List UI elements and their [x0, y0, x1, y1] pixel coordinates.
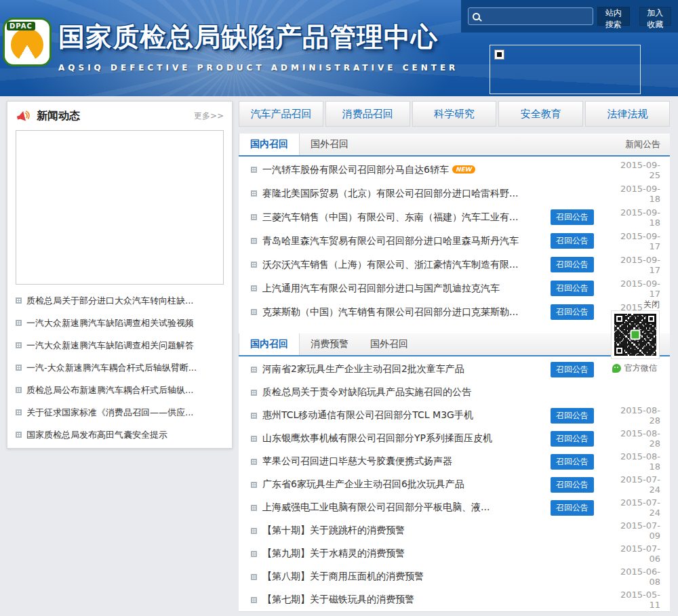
recall-item-link[interactable]: 上汽通用汽车有限公司召回部分进口与国产凯迪拉克汽车 — [262, 283, 500, 293]
recall-item-date: 2015-09-18 — [612, 184, 660, 204]
grid-bullet-icon — [251, 597, 257, 603]
recall-panel: 国内召回 国外召回 新闻公告 一汽轿车股份有限公司召回部分马自达6轿车NEW 2… — [239, 134, 670, 612]
recall-item-link[interactable]: 质检总局关于责令对缺陷玩具产品实施召回的公告 — [262, 386, 471, 397]
recall-row[interactable]: 【第八期】关于商用压面机的消费预警 2015-06-08 — [251, 565, 660, 588]
grid-bullet-icon — [16, 387, 22, 393]
recall-row[interactable]: 青岛哈里森汽车贸易有限公司召回部分进口哈里森马斯丹汽车 召回公告 2015-09… — [251, 229, 660, 253]
grid-bullet-icon — [16, 432, 22, 438]
recall-row[interactable]: 【第九期】关于水精灵的消费预警 2015-07-06 — [251, 542, 660, 565]
recall-notice-badge[interactable]: 召回公告 — [551, 454, 594, 470]
recall-item-date: 2015-06-08 — [612, 567, 660, 587]
recall-row[interactable]: 上海威强电工业电脑有限公司召回部分平板电脑、液... 召回公告 2015-07-… — [251, 496, 660, 519]
recall-item-link[interactable]: 苹果公司召回进口毕慈大号胶囊便携式扬声器 — [262, 455, 452, 466]
recall-item-date: 2015-08-18 — [612, 451, 660, 472]
recall-title-wrap: 三菱汽车销售（中国）有限公司、东南（福建）汽车工业有... — [262, 211, 545, 224]
recall-notice-badge[interactable]: 召回公告 — [551, 477, 594, 493]
grid-bullet-icon — [16, 320, 22, 326]
recall-row[interactable]: 沃尔沃汽车销售（上海）有限公司、浙江豪情汽车制造有限... 召回公告 2015-… — [251, 253, 660, 276]
recall-row[interactable]: 【第七期】关于磁铁玩具的消费预警 2015-05-11 — [251, 588, 660, 611]
recall-item-link[interactable]: 青岛哈里森汽车贸易有限公司召回部分进口哈里森马斯丹汽车 — [262, 235, 519, 246]
close-qr-link[interactable]: 关闭 — [642, 299, 661, 310]
recall-item-link[interactable]: 沃尔沃汽车销售（上海）有限公司、浙江豪情汽车制造有限... — [262, 259, 518, 270]
recall-row[interactable]: 惠州TCL移动通信有限公司召回部分TCL M3G手机 召回公告 2015-08-… — [251, 404, 660, 427]
news-list-item[interactable]: 质检总局关于部分进口大众汽车转向柱缺... — [16, 289, 224, 312]
recall-row[interactable]: 一汽轿车股份有限公司召回部分马自达6轿车NEW 2015-09-25 — [251, 158, 660, 182]
section-tab[interactable]: 国内召回 — [239, 333, 300, 355]
grid-bullet-icon — [251, 262, 257, 268]
news-item-link[interactable]: 质检总局公布新速腾汽车耦合杆式后轴纵... — [26, 384, 193, 396]
recall-item-link[interactable]: 广东省6家玩具生产企业主动召回6批次玩具产品 — [262, 478, 464, 489]
recall-notice-badge[interactable]: 召回公告 — [551, 408, 594, 424]
grid-bullet-icon — [251, 390, 257, 396]
news-list-item[interactable]: 一汽-大众新速腾汽车耦合杆式后轴纵臂断... — [16, 356, 224, 379]
recall-row[interactable]: 广东省6家玩具生产企业主动召回6批次玩具产品 召回公告 2015-07-24 — [251, 473, 660, 496]
recall-notice-badge[interactable]: 召回公告 — [551, 257, 594, 272]
news-item-link[interactable]: 国家质检总局发布高田气囊安全提示 — [26, 429, 167, 441]
news-item-link[interactable]: 一汽大众新速腾汽车缺陷调查相关问题解答 — [26, 340, 194, 352]
recall-notice-badge[interactable]: 召回公告 — [551, 362, 594, 377]
recall-notice-badge[interactable]: 召回公告 — [551, 209, 594, 225]
news-item-link[interactable]: 一汽大众新速腾汽车缺陷调查相关试验视频 — [26, 317, 194, 329]
site-title-block: 国家质检总局缺陷产品管理中心 AQSIQ DEFECTIVE PRODUCT A… — [58, 19, 458, 73]
recall-item-date: 2015-07-24 — [612, 497, 660, 518]
recall-item-link[interactable]: 【第九期】关于水精灵的消费预警 — [262, 548, 405, 558]
section-tab[interactable]: 消费预警 — [300, 333, 359, 355]
recall-row[interactable]: 河南省2家玩具生产企业主动召回2批次童车产品 召回公告 — [251, 358, 660, 381]
news-list-item[interactable]: 质检总局公布新速腾汽车耦合杆式后轴纵... — [16, 379, 224, 401]
main-column: 汽车产品召回 消费品召回 科学研究 安全教育 法律法规 国内召回 国 — [239, 101, 670, 612]
section-tab[interactable]: 国内召回 — [239, 134, 300, 155]
site-search-button[interactable]: 站内搜索 — [597, 7, 630, 26]
recall-item-link[interactable]: 【第十期】关于跳跳杆的消费预警 — [262, 525, 405, 535]
recall-notice-badge[interactable]: 召回公告 — [551, 304, 594, 320]
category-tab[interactable]: 消费品召回 — [325, 101, 410, 127]
qr-finder-icon — [646, 314, 656, 324]
category-tab[interactable]: 法律法规 — [585, 101, 670, 127]
recall-item-link[interactable]: 【第七期】关于磁铁玩具的消费预警 — [262, 594, 414, 604]
recall-item-link[interactable]: 三菱汽车销售（中国）有限公司、东南（福建）汽车工业有... — [262, 211, 518, 222]
recall-item-link[interactable]: 河南省2家玩具生产企业主动召回2批次童车产品 — [262, 363, 464, 374]
qr-finder-icon — [614, 346, 624, 356]
recall-item-link[interactable]: 惠州TCL移动通信有限公司召回部分TCL M3G手机 — [262, 409, 473, 420]
recall-item-date: 2015-09-25 — [612, 160, 660, 180]
recall-item-link[interactable]: 赛隆北美国际贸易（北京）有限公司召回部分进口哈雷科野... — [262, 188, 518, 199]
auto-recall-section: 国内召回 国外召回 新闻公告 一汽轿车股份有限公司召回部分马自达6轿车NEW 2… — [239, 134, 670, 324]
recall-row[interactable]: 克莱斯勒（中国）汽车销售有限公司召回部分进口克莱斯勒... 召回公告 2015-… — [251, 300, 660, 324]
recall-item-link[interactable]: 上海威强电工业电脑有限公司召回部分平板电脑、液... — [262, 501, 490, 512]
grid-bullet-icon — [251, 367, 257, 373]
recall-row[interactable]: 三菱汽车销售（中国）有限公司、东南（福建）汽车工业有... 召回公告 2015-… — [251, 205, 660, 229]
recall-item-link[interactable]: 一汽轿车股份有限公司召回部分马自达6轿车 — [262, 164, 449, 175]
news-notice-link[interactable]: 新闻公告 — [625, 134, 660, 155]
recall-item-link[interactable]: 山东银鹰炊事机械有限公司召回部分YP系列揉面压皮机 — [262, 432, 492, 443]
recall-row[interactable]: 上汽通用汽车有限公司召回部分进口与国产凯迪拉克汽车 召回公告 2015-09-1… — [251, 276, 660, 300]
search-input[interactable] — [483, 12, 589, 21]
add-favorite-button[interactable]: 加入收藏 — [639, 7, 672, 26]
news-list-item[interactable]: 国家质检总局发布高田气囊安全提示 — [16, 424, 224, 446]
search-field[interactable] — [468, 7, 593, 25]
section-tab[interactable]: 国外召回 — [300, 134, 359, 155]
recall-row[interactable]: 山东银鹰炊事机械有限公司召回部分YP系列揉面压皮机 召回公告 2015-08-2… — [251, 427, 660, 450]
recall-item-link[interactable]: 克莱斯勒（中国）汽车销售有限公司召回部分进口克莱斯勒... — [262, 306, 518, 317]
grid-bullet-icon — [251, 459, 257, 465]
category-tab[interactable]: 汽车产品召回 — [239, 101, 323, 127]
section-tab[interactable]: 国外召回 — [359, 333, 419, 355]
recall-row[interactable]: 赛隆北美国际贸易（北京）有限公司召回部分进口哈雷科野... 2015-09-18 — [251, 182, 660, 205]
news-more-link[interactable]: 更多>> — [194, 110, 224, 122]
recall-row[interactable]: 【第十期】关于跳跳杆的消费预警 2015-07-09 — [251, 519, 660, 542]
news-item-link[interactable]: 一汽-大众新速腾汽车耦合杆式后轴纵臂断... — [26, 362, 197, 374]
news-item-link[interactable]: 质检总局关于部分进口大众汽车转向柱缺... — [26, 295, 193, 307]
grid-bullet-icon — [251, 551, 257, 557]
category-tab[interactable]: 安全教育 — [498, 101, 583, 127]
news-item-link[interactable]: 关于征求国家标准《消费品召回——供应... — [26, 407, 193, 419]
recall-row[interactable]: 质检总局关于责令对缺陷玩具产品实施召回的公告 — [251, 381, 660, 404]
news-list-item[interactable]: 一汽大众新速腾汽车缺陷调查相关问题解答 — [16, 334, 224, 356]
category-tab[interactable]: 科学研究 — [412, 101, 497, 127]
recall-notice-badge[interactable]: 召回公告 — [551, 500, 594, 516]
recall-item-link[interactable]: 【第八期】关于商用压面机的消费预警 — [262, 571, 424, 581]
news-list: 质检总局关于部分进口大众汽车转向柱缺... 一汽大众新速腾汽车缺陷调查相关试验视… — [7, 285, 232, 446]
recall-notice-badge[interactable]: 召回公告 — [551, 431, 594, 447]
news-list-item[interactable]: 一汽大众新速腾汽车缺陷调查相关试验视频 — [16, 312, 224, 334]
recall-notice-badge[interactable]: 召回公告 — [551, 281, 594, 296]
news-list-item[interactable]: 关于征求国家标准《消费品召回——供应... — [16, 401, 224, 424]
recall-row[interactable]: 苹果公司召回进口毕慈大号胶囊便携式扬声器 召回公告 2015-08-18 — [251, 450, 660, 473]
recall-notice-badge[interactable]: 召回公告 — [551, 233, 594, 249]
